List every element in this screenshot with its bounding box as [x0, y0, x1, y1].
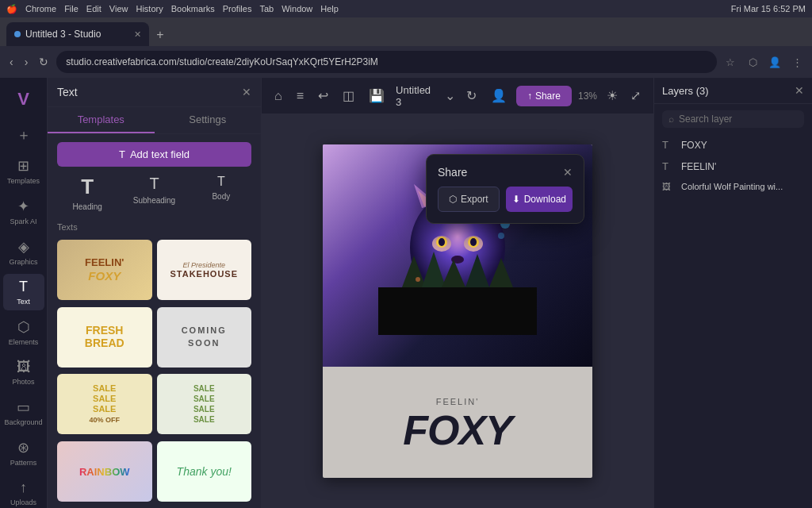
- svg-point-10: [470, 238, 477, 246]
- mac-menu-tab[interactable]: Tab: [259, 4, 274, 13]
- layer-text-icon: T: [662, 139, 675, 151]
- text-panel-header: Text ✕: [48, 78, 261, 107]
- mac-menu-file[interactable]: File: [64, 4, 79, 13]
- reload-button[interactable]: ↻: [36, 52, 52, 71]
- add-text-icon: T: [119, 148, 125, 160]
- share-button[interactable]: ↑ Share: [516, 86, 572, 106]
- chrome-tab[interactable]: Untitled 3 - Studio ✕: [6, 22, 149, 46]
- mac-menu-view[interactable]: View: [109, 4, 128, 13]
- background-icon: ▭: [17, 398, 30, 416]
- template-card-rainbow[interactable]: RAINBOW: [57, 441, 152, 502]
- sidebar-item-elements[interactable]: ⬡ Elements: [3, 314, 44, 351]
- back-button[interactable]: ‹: [6, 52, 17, 71]
- sidebar-item-add[interactable]: ＋: [3, 121, 44, 149]
- sidebar-item-templates[interactable]: ⊞ Templates: [3, 152, 44, 190]
- text-panel-close-button[interactable]: ✕: [242, 86, 251, 98]
- user-avatar[interactable]: 👤: [488, 85, 510, 106]
- subheading-icon: T: [149, 175, 159, 193]
- add-text-label: Add text field: [130, 148, 190, 160]
- sidebar-item-patterns[interactable]: ⊛ Patterns: [3, 434, 44, 471]
- title-dropdown-icon[interactable]: ⌄: [442, 85, 458, 106]
- mac-menu-edit[interactable]: Edit: [86, 4, 102, 13]
- heading-style[interactable]: T Heading: [57, 175, 117, 211]
- apple-icon[interactable]: 🍎: [6, 4, 17, 14]
- text-panel: Text ✕ Templates Settings T Add text fie…: [48, 78, 262, 508]
- sidebar-templates-label: Templates: [7, 177, 40, 185]
- sidebar-item-graphics[interactable]: ◈ Graphics: [3, 233, 44, 271]
- share-dialog-close-button[interactable]: ✕: [563, 166, 573, 179]
- mac-bar-right: Fri Mar 15 6:52 PM: [731, 4, 806, 13]
- canvas-toolbar-right: 👤 ↑ Share 13% ☀ ⤢: [488, 85, 644, 106]
- card-presidente-text: El Presidente STAKEHOUSE: [170, 261, 238, 279]
- foxy-text-area: FEELIN' FOXY: [323, 397, 592, 454]
- mac-menu-history[interactable]: History: [136, 4, 163, 13]
- brightness-icon[interactable]: ☀: [603, 85, 621, 106]
- tab-settings[interactable]: Settings: [155, 107, 262, 133]
- subheading-style[interactable]: T Subheading: [124, 175, 184, 211]
- layers-search-input[interactable]: [679, 114, 798, 125]
- mac-menu-window[interactable]: Window: [282, 4, 312, 13]
- hamburger-icon[interactable]: ≡: [293, 86, 307, 106]
- url-bar[interactable]: studio.creativefabrica.com/studio/create…: [56, 51, 717, 73]
- layer-image-icon: 🖼: [662, 182, 675, 191]
- body-style[interactable]: T Body: [191, 175, 251, 211]
- templates-icon: ⊞: [17, 157, 29, 175]
- sidebar-item-photos[interactable]: 🖼 Photos: [3, 354, 44, 391]
- mac-menu-bookmarks[interactable]: Bookmarks: [171, 4, 215, 13]
- layers-close-button[interactable]: ✕: [795, 84, 804, 97]
- template-card-sale1[interactable]: SALESALESALE40% OFF: [57, 374, 152, 434]
- new-tab-button[interactable]: +: [149, 24, 171, 46]
- svg-rect-12: [378, 287, 537, 335]
- sidebar-item-background[interactable]: ▭ Background: [3, 394, 44, 431]
- extensions-icon[interactable]: ⬡: [744, 53, 761, 71]
- sidebar-logo[interactable]: V: [3, 84, 44, 117]
- foxy-main-text: FOXY: [323, 406, 592, 454]
- template-card-thankyou[interactable]: Thank you!: [157, 441, 252, 502]
- share-icon: ↑: [527, 90, 532, 102]
- template-card-fresh-bread[interactable]: FRESHBREAD: [57, 307, 152, 368]
- fullscreen-icon[interactable]: ⤢: [627, 85, 644, 106]
- menu-icon[interactable]: ⋮: [788, 53, 806, 71]
- layer-item-feelin[interactable]: T FEELIN': [654, 156, 812, 177]
- forward-button[interactable]: ›: [21, 52, 32, 71]
- sidebar-uploads-label: Uploads: [10, 498, 36, 506]
- layer-wolf-name: Colorful Wolf Painting wi...: [681, 182, 804, 191]
- tab-close-button[interactable]: ✕: [134, 29, 141, 40]
- layer-item-wolf[interactable]: 🖼 Colorful Wolf Painting wi...: [654, 177, 812, 196]
- mac-bar-left: 🍎 Chrome File Edit View History Bookmark…: [6, 4, 339, 14]
- spark-icon: ✦: [17, 198, 29, 215]
- template-card-presidente[interactable]: El Presidente STAKEHOUSE: [157, 240, 252, 300]
- sidebar-item-uploads[interactable]: ↑ Uploads: [3, 475, 44, 508]
- svg-point-19: [498, 233, 504, 239]
- sidebar-patterns-label: Patterns: [10, 459, 37, 467]
- sidebar-item-text[interactable]: T Text: [3, 274, 44, 310]
- add-text-button[interactable]: T Add text field: [57, 142, 251, 167]
- sidebar-item-sparkai[interactable]: ✦ Spark AI: [3, 193, 44, 230]
- undo-icon[interactable]: ↩: [315, 85, 331, 106]
- save-icon[interactable]: 💾: [366, 85, 388, 106]
- share-dialog-buttons: ⬡ Export ⬇ Download: [438, 187, 573, 212]
- tab-templates[interactable]: Templates: [48, 107, 155, 133]
- mac-menu-profiles[interactable]: Profiles: [223, 4, 252, 13]
- profile-icon[interactable]: 👤: [766, 53, 783, 71]
- template-card-coming-soon[interactable]: COMINGSOON: [157, 307, 252, 368]
- download-button[interactable]: ⬇ Download: [506, 187, 573, 212]
- home-icon[interactable]: ⌂: [271, 86, 285, 106]
- export-button[interactable]: ⬡ Export: [438, 187, 500, 212]
- bookmark-icon[interactable]: ☆: [722, 53, 739, 71]
- layers-search-bar[interactable]: ⌕: [662, 110, 804, 128]
- template-card-feelin-foxy[interactable]: FEELIN' FOXY: [57, 240, 152, 300]
- refresh-icon[interactable]: ↻: [463, 85, 480, 106]
- canvas-title-area: Untitled 3 ⌄ ↻: [396, 84, 480, 108]
- download-icon: ⬇: [512, 194, 520, 205]
- sidebar-photos-label: Photos: [12, 378, 34, 386]
- sidebar-graphics-label: Graphics: [9, 258, 37, 266]
- layer-item-foxy[interactable]: T FOXY: [654, 134, 812, 156]
- zoom-level: 13%: [578, 90, 597, 102]
- layers-icon[interactable]: ◫: [339, 85, 358, 106]
- export-icon: ⬡: [449, 194, 457, 205]
- layers-title: Layers (3): [662, 85, 709, 97]
- mac-menu-help[interactable]: Help: [320, 4, 339, 13]
- canvas-title: Untitled 3: [396, 84, 437, 108]
- template-card-sale2[interactable]: SALESALESALESALE: [157, 374, 252, 434]
